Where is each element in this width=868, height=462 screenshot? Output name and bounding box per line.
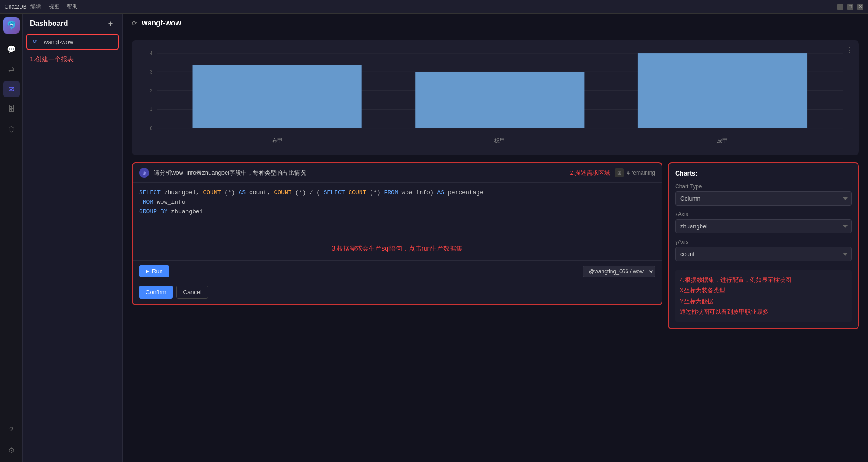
- hint-label-3: 3.根据需求会生产sql语句，点击run生产数据集: [133, 237, 662, 260]
- yaxis-select[interactable]: count: [675, 247, 852, 261]
- window-controls: — □ ✕: [837, 4, 863, 10]
- dashboard-item-icon: ⟳: [33, 38, 40, 45]
- hint-line-4: 通过柱状图可以看到皮甲职业最多: [680, 306, 847, 317]
- menu-help[interactable]: 帮助: [67, 3, 78, 10]
- titlebar: Chat2DB 编辑 视图 帮助 — □ ✕: [0, 0, 868, 14]
- sidebar-item-wangt-wow[interactable]: ⟳ wangt-wow: [26, 34, 119, 50]
- sql-footer: Run @wangting_666 / wow: [133, 260, 662, 282]
- help-button[interactable]: ?: [3, 422, 20, 438]
- close-btn[interactable]: ✕: [857, 4, 863, 10]
- charts-column: Charts: Chart Type Column Bar Line Pie x…: [668, 162, 859, 329]
- content-area: ⋮ 4 3 2 1 0 布甲: [123, 33, 868, 462]
- sql-line-2: FROM wow_info: [139, 198, 655, 207]
- app-container: 🐬 💬 ⇄ ✉ 🗄 ⬡ ? ⚙ Dashboard +: [0, 14, 868, 462]
- charts-hint: 4.根据数据集，进行配置，例如显示柱状图 X坐标为装备类型 Y坐标为数据 通过柱…: [675, 270, 852, 322]
- settings-button[interactable]: ⚙: [3, 442, 20, 458]
- app-name: Chat2DB: [5, 4, 27, 10]
- bar-buzjia: [193, 65, 362, 128]
- ai-icon: ⊕: [139, 168, 149, 178]
- icon-bar-bottom: ? ⚙: [3, 422, 20, 458]
- help-icon: ?: [9, 426, 13, 434]
- sidebar-item-database[interactable]: 🗄: [3, 101, 20, 117]
- menu-edit[interactable]: 编辑: [30, 3, 41, 10]
- page-title: wangt-wow: [142, 19, 181, 27]
- sql-line-1: SELECT zhuangbei, COUNT (*) AS count, CO…: [139, 188, 655, 198]
- charts-title-text: Charts:: [675, 170, 697, 177]
- svg-text:3: 3: [150, 69, 152, 75]
- query-input-row: ⊕ 2.描述需求区域 ⊞ 4 remaining: [133, 163, 662, 183]
- run-icon: [146, 269, 149, 274]
- maximize-btn[interactable]: □: [847, 4, 853, 10]
- chart-card: ⋮ 4 3 2 1 0 布甲: [132, 40, 859, 155]
- table-icon: ⊞: [615, 168, 624, 177]
- chart-type-label: Chart Type: [675, 183, 852, 190]
- dashboard-icon: ✉: [8, 85, 14, 94]
- charts-panel: Charts: Chart Type Column Bar Line Pie x…: [668, 162, 859, 329]
- titlebar-left: Chat2DB 编辑 视图 帮助: [5, 3, 78, 10]
- confirm-button[interactable]: Confirm: [139, 286, 173, 299]
- bar-banjia: [415, 72, 584, 128]
- remaining-text: 4 remaining: [627, 170, 655, 176]
- sql-column: ⊕ 2.描述需求区域 ⊞ 4 remaining: [132, 162, 662, 329]
- svg-text:皮甲: 皮甲: [717, 137, 728, 143]
- sql-actions: Confirm Cancel: [133, 282, 662, 304]
- two-col-layout: ⊕ 2.描述需求区域 ⊞ 4 remaining: [132, 162, 859, 329]
- page-header-icon: ⟳: [132, 20, 137, 27]
- bar-pijia: [638, 53, 807, 128]
- yaxis-label: yAxis: [675, 239, 852, 245]
- svg-text:0: 0: [150, 126, 152, 131]
- cancel-button[interactable]: Cancel: [176, 286, 208, 299]
- svg-text:布甲: 布甲: [272, 137, 283, 143]
- query-input[interactable]: [154, 170, 565, 176]
- create-hint: 1.创建一个报表: [23, 50, 122, 69]
- chart-type-select[interactable]: Column Bar Line Pie: [675, 191, 852, 206]
- page-header: ⟳ wangt-wow: [123, 14, 868, 33]
- titlebar-menu: 编辑 视图 帮助: [30, 3, 78, 10]
- github-icon: ⬡: [8, 125, 15, 134]
- sql-count-fn: COUNT: [203, 189, 221, 196]
- hint-line-2: X坐标为装备类型: [680, 285, 847, 296]
- add-dashboard-button[interactable]: +: [106, 19, 115, 28]
- sql-code-area: SELECT zhuangbei, COUNT (*) AS count, CO…: [133, 183, 662, 237]
- sidebar-header: Dashboard +: [23, 14, 122, 34]
- connection-icon: ⇄: [8, 65, 14, 74]
- ai-symbol: ⊕: [142, 171, 146, 176]
- chat-icon: 💬: [7, 45, 16, 54]
- settings-icon: ⚙: [8, 446, 15, 455]
- main-content: ⟳ wangt-wow ⋮ 4 3 2 1: [123, 14, 868, 462]
- logo-icon: 🐬: [6, 20, 16, 30]
- run-label: Run: [152, 268, 163, 275]
- sql-panel: ⊕ 2.描述需求区域 ⊞ 4 remaining: [132, 162, 662, 305]
- svg-text:2: 2: [150, 88, 152, 93]
- sidebar-item-chat[interactable]: 💬: [3, 41, 20, 57]
- xaxis-select[interactable]: zhuangbei: [675, 219, 852, 233]
- bar-chart: 4 3 2 1 0 布甲 板甲 皮甲: [139, 48, 852, 148]
- hint-line-3: Y坐标为数据: [680, 296, 847, 306]
- run-button[interactable]: Run: [139, 265, 169, 277]
- remaining-area: ⊞ 4 remaining: [615, 168, 655, 177]
- minimize-btn[interactable]: —: [837, 4, 843, 10]
- xaxis-label: xAxis: [675, 211, 852, 217]
- icon-bar: 🐬 💬 ⇄ ✉ 🗄 ⬡ ? ⚙: [0, 14, 23, 462]
- sql-select-keyword: SELECT: [139, 189, 161, 196]
- svg-text:板甲: 板甲: [494, 137, 505, 143]
- svg-text:1: 1: [150, 106, 152, 112]
- sidebar-item-dashboard[interactable]: ✉: [3, 81, 20, 97]
- sidebar-item-github[interactable]: ⬡: [3, 121, 20, 137]
- chart-more-button[interactable]: ⋮: [846, 46, 853, 55]
- charts-title: Charts:: [675, 170, 852, 177]
- svg-text:4: 4: [150, 50, 152, 56]
- database-icon: 🗄: [8, 105, 15, 113]
- menu-view[interactable]: 视图: [49, 3, 60, 10]
- sql-line-3: GROUP BY zhuangbei: [139, 207, 655, 217]
- sidebar-item-connection[interactable]: ⇄: [3, 61, 20, 77]
- hint-label-2: 2.描述需求区域: [570, 169, 610, 177]
- app-logo: 🐬: [3, 17, 20, 34]
- sidebar-item-label: wangt-wow: [44, 39, 73, 45]
- db-selector[interactable]: @wangting_666 / wow: [583, 266, 655, 277]
- sidebar: Dashboard + ⟳ wangt-wow 1.创建一个报表: [23, 14, 123, 462]
- sidebar-title: Dashboard: [30, 20, 68, 28]
- hint-line-1: 4.根据数据集，进行配置，例如显示柱状图: [680, 275, 847, 285]
